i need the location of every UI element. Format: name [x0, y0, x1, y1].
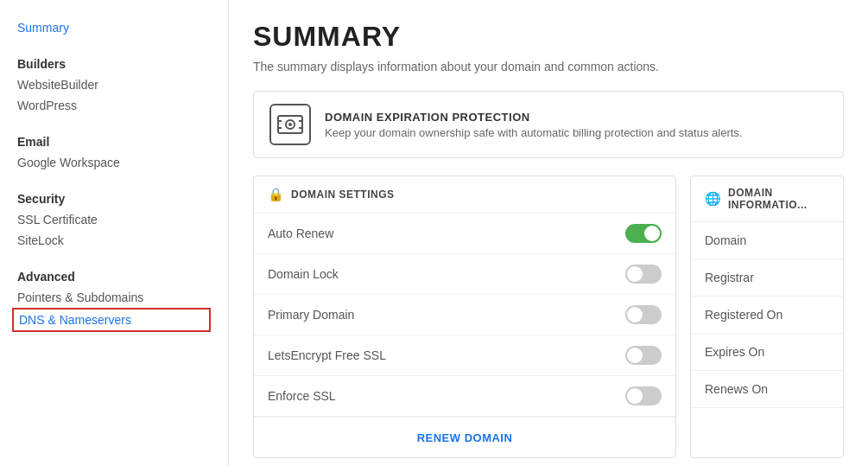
svg-point-2 — [288, 123, 292, 126]
sidebar-link-summary[interactable]: Summary — [17, 17, 211, 38]
registered-on-row: Registered On — [691, 297, 843, 334]
renew-domain-button[interactable]: RENEW DOMAIN — [417, 431, 513, 444]
sidebar-group-security: Security — [17, 182, 211, 209]
domain-row: Domain — [691, 222, 843, 259]
renew-row: RENEW DOMAIN — [254, 417, 675, 457]
registrar-row: Registrar — [691, 259, 843, 297]
auto-renew-knob — [644, 226, 660, 241]
auto-renew-label: Auto Renew — [268, 227, 333, 240]
sidebar: Summary Builders WebsiteBuilder WordPres… — [0, 0, 229, 466]
sidebar-group-email: Email — [17, 124, 211, 152]
sidebar-item-ssl-certificate[interactable]: SSL Certificate — [17, 209, 211, 230]
sidebar-item-websitebuilder[interactable]: WebsiteBuilder — [17, 74, 211, 95]
registered-on-label: Registered On — [705, 308, 782, 322]
domain-lock-toggle[interactable] — [625, 265, 662, 284]
letsencrypt-toggle[interactable] — [625, 346, 662, 365]
expiration-protection-banner: DOMAIN EXPIRATION PROTECTION Keep your d… — [253, 91, 844, 158]
sidebar-group-builders: Builders — [17, 47, 211, 74]
main-content: SUMMARY The summary displays information… — [229, 0, 868, 466]
primary-domain-toggle[interactable] — [625, 305, 662, 324]
enforce-ssl-row: Enforce SSL — [254, 376, 675, 417]
lock-icon: 🔒 — [268, 187, 284, 202]
domain-settings-label: DOMAIN SETTINGS — [291, 188, 395, 201]
enforce-ssl-label: Enforce SSL — [268, 389, 336, 403]
domain-lock-knob — [627, 266, 643, 282]
safe-icon — [269, 104, 311, 145]
primary-domain-label: Primary Domain — [268, 308, 354, 322]
registrar-label: Registrar — [705, 271, 754, 284]
page-title: SUMMARY — [253, 21, 844, 53]
sidebar-item-wordpress[interactable]: WordPress — [17, 95, 211, 116]
sidebar-item-pointers-subdomains[interactable]: Pointers & Subdomains — [17, 287, 211, 308]
letsencrypt-row: LetsEncrypt Free SSL — [254, 335, 675, 376]
sidebar-item-dns-nameservers[interactable]: DNS & Nameservers — [12, 308, 211, 332]
enforce-ssl-knob — [627, 388, 643, 404]
domain-settings-card: 🔒 DOMAIN SETTINGS Auto Renew Domain Lock… — [253, 176, 676, 458]
domain-label: Domain — [705, 233, 746, 247]
cards-row: 🔒 DOMAIN SETTINGS Auto Renew Domain Lock… — [253, 176, 844, 458]
letsencrypt-knob — [627, 348, 643, 363]
globe-icon: 🌐 — [705, 191, 721, 207]
primary-domain-knob — [627, 307, 643, 322]
domain-information-card: 🌐 DOMAIN INFORMATIO... Domain Registrar … — [690, 176, 844, 458]
banner-description: Keep your domain ownership safe with aut… — [325, 126, 742, 139]
domain-info-label: DOMAIN INFORMATIO... — [728, 187, 829, 211]
enforce-ssl-toggle[interactable] — [625, 386, 662, 405]
domain-lock-row: Domain Lock — [254, 254, 675, 295]
auto-renew-row: Auto Renew — [254, 214, 675, 254]
primary-domain-row: Primary Domain — [254, 295, 675, 335]
letsencrypt-label: LetsEncrypt Free SSL — [268, 348, 386, 362]
page-subtitle: The summary displays information about y… — [253, 60, 844, 73]
renews-on-label: Renews On — [705, 382, 768, 396]
domain-settings-header: 🔒 DOMAIN SETTINGS — [254, 176, 675, 214]
banner-title: DOMAIN EXPIRATION PROTECTION — [325, 111, 742, 124]
sidebar-item-sitelock[interactable]: SiteLock — [17, 230, 211, 251]
sidebar-group-advanced: Advanced — [17, 259, 211, 287]
renews-on-row: Renews On — [691, 371, 843, 408]
domain-lock-label: Domain Lock — [268, 267, 339, 281]
expires-on-row: Expires On — [691, 334, 843, 371]
banner-text: DOMAIN EXPIRATION PROTECTION Keep your d… — [325, 111, 742, 139]
expires-on-label: Expires On — [705, 345, 764, 359]
domain-info-header: 🌐 DOMAIN INFORMATIO... — [691, 176, 843, 222]
sidebar-item-google-workspace[interactable]: Google Workspace — [17, 152, 211, 173]
auto-renew-toggle[interactable] — [625, 224, 662, 243]
